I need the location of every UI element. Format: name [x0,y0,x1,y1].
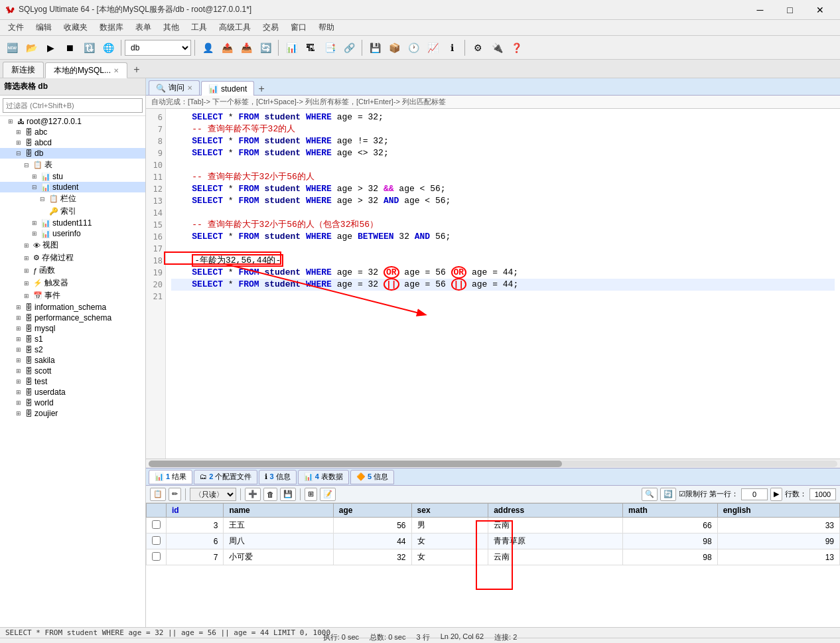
sidebar-tree-item[interactable]: ⊟ 🗄 db [0,148,145,159]
sidebar-tree-item[interactable]: ⊞ 🗄 performance_schema [0,313,145,323]
sidebar-filter-input[interactable] [3,98,143,113]
tb-help2-btn[interactable]: ❓ [507,38,525,57]
sidebar-tree-item[interactable]: ⊞ 🖧 root@127.0.0.1 [0,116,145,127]
tb-structure-btn[interactable]: 🏗 [301,38,320,57]
res-tb-delete[interactable]: 🗑 [263,488,277,501]
menu-database[interactable]: 数据库 [94,21,129,35]
col-header-address[interactable]: address [488,504,623,518]
res-rowcount-input[interactable] [809,488,836,500]
query-tab-query-close[interactable]: ✕ [187,84,192,92]
sidebar-tree-item[interactable]: ⊞ ⚡ 触发器 [0,277,145,289]
sql-horizontal-scrollbar[interactable] [146,459,840,468]
database-selector[interactable]: db [125,40,191,56]
res-tb-insert[interactable]: ➕ [245,488,261,501]
res-tab-config[interactable]: 🗂 2 个配置文件 [194,470,257,484]
tb-schema-btn[interactable]: 🌐 [99,38,117,57]
col-header-name[interactable]: name [224,504,333,518]
query-tab-student[interactable]: 📊 student [201,81,254,96]
code-area[interactable]: SELECT * FROM student WHERE age = 32; --… [166,109,840,459]
query-tab-query[interactable]: 🔍 询问 ✕ [149,80,200,95]
sidebar-tree-item[interactable]: ⊞ ⚙ 存储过程 [0,251,145,264]
tb-new-btn[interactable]: 🆕 [3,38,21,57]
sidebar-tree-item[interactable]: ⊞ 📊 userinfo [0,228,145,239]
maximize-button[interactable]: □ [775,0,805,20]
sidebar-tree-item[interactable]: ⊞ 🗄 test [0,376,145,387]
sidebar-tree-item[interactable]: ⊞ 🗄 s2 [0,344,145,355]
table-row[interactable]: 7 小可爱 32 女 云南 98 13 [147,549,840,565]
tb-stop-btn[interactable]: ⏹ [60,38,79,57]
res-tab-info[interactable]: ℹ 3 信息 [259,470,296,484]
tb-fk-btn[interactable]: 🔗 [340,38,358,57]
tb-user-btn[interactable]: 👤 [198,38,217,57]
minimize-button[interactable]: ─ [745,0,775,20]
col-header-id[interactable]: id [167,504,224,518]
conn-tab-local[interactable]: 本地的MySQL... ✕ [45,62,127,78]
tb-monitor-btn[interactable]: 📈 [423,38,442,57]
res-nav-btn[interactable]: ▶ [770,488,782,501]
menu-transaction[interactable]: 交易 [257,21,284,35]
res-tb-edit[interactable]: ✏ [169,488,181,501]
conn-tab-local-close[interactable]: ✕ [113,67,119,74]
sidebar-tree-item[interactable]: ⊞ 🗄 sakila [0,355,145,366]
sidebar-tree-item[interactable]: ⊞ 📊 student111 [0,218,145,228]
tb-export-btn[interactable]: 📤 [218,38,236,57]
tb-info-btn[interactable]: ℹ [443,38,461,57]
query-tab-add-button[interactable]: + [255,83,267,95]
table-row[interactable]: 6 周八 44 女 青青草原 98 99 [147,534,840,549]
row-checkbox[interactable] [147,549,167,565]
menu-other[interactable]: 其他 [158,21,184,35]
res-refresh-btn[interactable]: 🔄 [660,488,676,501]
sidebar-tree-item[interactable]: ⊟ 📋 表 [0,159,145,171]
sidebar-tree-item[interactable]: ⊞ 🗄 mysql [0,323,145,334]
sidebar-tree-item[interactable]: ⊞ 👁 视图 [0,239,145,251]
tb-backup-btn[interactable]: 💾 [366,38,384,57]
close-button[interactable]: ✕ [805,0,835,20]
tb-play-btn[interactable]: ▶ [41,38,60,57]
res-tab-results[interactable]: 📊 1 结果 [149,470,192,484]
sidebar-tree-item[interactable]: ⊞ 📊 stu [0,171,145,182]
sidebar-tree-item[interactable]: ⊞ ƒ 函数 [0,264,145,277]
conn-tab-new[interactable]: 新连接 [3,62,44,78]
sidebar-tree-item[interactable]: ⊞ 🗄 zoujier [0,408,145,419]
tb-restore-btn[interactable]: 📦 [385,38,403,57]
sidebar-tree-item[interactable]: ⊞ 🗄 world [0,397,145,408]
sql-editor[interactable]: 6789101112131415161718192021 SELECT * FR… [146,109,840,459]
table-row[interactable]: 3 王五 56 男 云南 66 33 [147,518,840,534]
res-tb-copy[interactable]: 📋 [150,488,166,501]
sidebar-tree-item[interactable]: ⊞ 🗄 userdata [0,387,145,397]
menu-table[interactable]: 表单 [130,21,157,35]
menu-help[interactable]: 帮助 [313,21,340,35]
col-header-math[interactable]: math [623,504,718,518]
tb-sync-btn[interactable]: 🔄 [256,38,275,57]
res-tb-form[interactable]: 📝 [320,488,336,501]
tb-table-btn[interactable]: 📊 [282,38,301,57]
res-first-row-input[interactable] [741,488,768,500]
sidebar-tree-item[interactable]: ⊟ 📊 student [0,182,145,192]
tb-plugin-btn[interactable]: 🔌 [488,38,506,57]
conn-tab-add-button[interactable]: + [129,62,145,78]
row-checkbox[interactable] [147,518,167,534]
menu-advanced[interactable]: 高级工具 [214,21,256,35]
menu-edit[interactable]: 编辑 [31,21,57,35]
res-tab-info2[interactable]: 🔶 5 信息 [350,470,394,484]
row-checkbox[interactable] [147,534,167,549]
tb-open-btn[interactable]: 📂 [22,38,40,57]
menu-window[interactable]: 窗口 [285,21,312,35]
sidebar-tree-item[interactable]: ⊞ 🗄 s1 [0,334,145,344]
tb-settings-btn[interactable]: ⚙ [468,38,487,57]
sidebar-tree-item[interactable]: ⊞ 🗄 abcd [0,137,145,148]
res-filter-btn[interactable]: 🔍 [642,488,658,501]
sidebar-tree-item[interactable]: 🔑 索引 [0,205,145,218]
sidebar-tree-item[interactable]: ⊞ 📅 事件 [0,289,145,302]
menu-favorites[interactable]: 收藏夹 [58,21,93,35]
sidebar-tree-item[interactable]: ⊞ 🗄 abc [0,127,145,137]
res-tb-save[interactable]: 💾 [280,488,296,501]
menu-file[interactable]: 文件 [3,21,29,35]
tb-index-btn[interactable]: 📑 [320,38,339,57]
col-header-english[interactable]: english [717,504,839,518]
col-header-age[interactable]: age [333,504,411,518]
res-tb-grid[interactable]: ⊞ [305,488,317,501]
sidebar-tree-item[interactable]: ⊞ 🗄 information_schema [0,302,145,313]
tb-refresh-btn[interactable]: 🔃 [80,38,98,57]
res-readonly-select[interactable]: 〈只读〉 [190,488,236,501]
